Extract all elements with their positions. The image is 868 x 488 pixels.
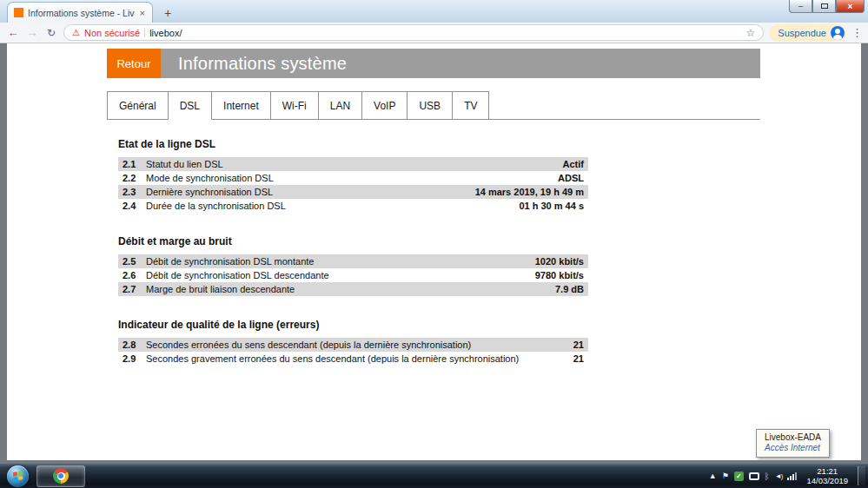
browser-tab-strip: Informations système - Livebox C × + – × — [0, 0, 868, 23]
row-value: 01 h 30 m 44 s — [519, 201, 584, 211]
page-viewport: Retour Informations système Général DSL … — [0, 43, 868, 464]
section-tabs: Général DSL Internet Wi-Fi LAN VoIP USB … — [107, 91, 760, 120]
row-value: Actif — [563, 159, 584, 169]
row-number: 2.8 — [123, 340, 146, 350]
table-row: 2.3 Dernière synchronisation DSL 14 mars… — [118, 185, 588, 199]
back-icon[interactable]: ← — [6, 27, 20, 38]
display-icon[interactable] — [749, 472, 759, 480]
maximize-button[interactable] — [812, 0, 836, 13]
address-bar[interactable]: ⚠ Non sécurisé livebox/ ☆ — [63, 24, 764, 41]
taskbar-clock[interactable]: 21:21 14/03/2019 — [806, 466, 848, 485]
profile-button[interactable]: Suspendue — [769, 24, 846, 42]
page-header: Retour Informations système — [107, 49, 760, 78]
row-value: ADSL — [558, 173, 584, 183]
row-number: 2.6 — [123, 270, 146, 280]
close-icon: × — [848, 2, 853, 11]
taskbar: ▲ ⚑ ✓ ᛒ ◄) 21:21 14/03/2019 — [0, 464, 868, 488]
table-row: 2.5 Débit de synchronisation DSL montant… — [118, 254, 588, 268]
table-row: 2.8 Secondes erronées du sens descendant… — [118, 338, 588, 352]
tab-lan[interactable]: LAN — [318, 91, 362, 120]
maximize-icon — [821, 3, 828, 9]
row-value: 1020 kbit/s — [535, 256, 584, 267]
table-row: 2.7 Marge de bruit liaison descendante 7… — [118, 282, 588, 296]
taskbar-chrome-button[interactable] — [36, 465, 85, 487]
row-number: 2.5 — [123, 256, 146, 267]
window-controls: – × — [789, 0, 865, 13]
livebox-page: Retour Informations système Général DSL … — [107, 43, 760, 366]
row-label: Marge de bruit liaison descendante — [146, 284, 555, 294]
system-tray: ▲ ⚑ ✓ ᛒ ◄) 21:21 14/03/2019 — [709, 466, 868, 485]
security-warning-icon[interactable]: ⚠ — [72, 29, 80, 37]
reload-icon[interactable]: ↻ — [44, 28, 58, 38]
tab-close-icon[interactable]: × — [139, 8, 146, 18]
minimize-icon: – — [798, 2, 803, 10]
row-label: Durée de la synchronisation DSL — [146, 201, 519, 211]
volume-icon[interactable]: ◄) — [775, 472, 783, 480]
row-value: 21 — [573, 340, 584, 350]
tab-dsl[interactable]: DSL — [168, 91, 212, 120]
tab-tv[interactable]: TV — [452, 91, 489, 120]
url-text[interactable]: livebox/ — [149, 28, 182, 38]
show-desktop-button[interactable] — [858, 466, 865, 485]
row-label: Mode de synchronisation DSL — [146, 173, 558, 183]
table-row: 2.9 Secondes gravement erronées du sens … — [118, 352, 588, 366]
antivirus-icon[interactable]: ✓ — [734, 472, 744, 481]
tab-general[interactable]: Général — [107, 91, 169, 120]
table-row: 2.2 Mode de synchronisation DSL ADSL — [118, 171, 588, 185]
row-number: 2.7 — [123, 284, 146, 294]
minimize-button[interactable]: – — [789, 0, 812, 13]
row-value: 21 — [573, 353, 584, 364]
row-value: 9780 kbit/s — [535, 270, 584, 280]
section-heading: Débit et marge au bruit — [118, 235, 588, 247]
security-warning-label[interactable]: Non sécurisé — [84, 28, 140, 38]
retour-button[interactable]: Retour — [107, 49, 161, 78]
tab-internet[interactable]: Internet — [211, 91, 271, 120]
browser-tab-title: Informations système - Livebox C — [28, 8, 135, 18]
info-sections: Etat de la ligne DSL 2.1 Statut du lien … — [118, 138, 588, 366]
row-label: Débit de synchronisation DSL montante — [146, 256, 535, 267]
section-heading: Etat de la ligne DSL — [118, 138, 588, 150]
network-status: Accès Internet — [765, 443, 821, 453]
row-number: 2.4 — [123, 201, 146, 211]
row-label: Secondes erronées du sens descendant (de… — [146, 340, 573, 350]
action-center-flag-icon[interactable]: ⚑ — [722, 472, 729, 480]
row-number: 2.2 — [123, 173, 146, 183]
table-row: 2.1 Statut du lien DSL Actif — [118, 157, 588, 171]
row-number: 2.1 — [123, 159, 146, 169]
close-button[interactable]: × — [836, 0, 865, 13]
row-label: Dernière synchronisation DSL — [146, 187, 475, 197]
row-label: Secondes gravement erronées du sens desc… — [146, 353, 573, 364]
start-button[interactable] — [7, 465, 29, 487]
browser-window: Informations système - Livebox C × + – ×… — [0, 0, 868, 488]
new-tab-button[interactable]: + — [156, 4, 179, 22]
chrome-icon — [53, 468, 69, 484]
address-bar-divider — [144, 28, 145, 37]
section-heading: Indicateur de qualité de la ligne (erreu… — [118, 319, 588, 331]
table-row: 2.6 Débit de synchronisation DSL descend… — [118, 268, 588, 282]
network-name: Livebox-EADA — [765, 432, 821, 443]
browser-toolbar: ← → ↻ ⚠ Non sécurisé livebox/ ☆ Suspendu… — [0, 23, 868, 43]
profile-label: Suspendue — [778, 28, 826, 38]
avatar — [831, 26, 845, 40]
page-title: Informations système — [161, 49, 347, 78]
network-signal-icon[interactable] — [787, 472, 797, 480]
clock-date: 14/03/2019 — [806, 476, 848, 485]
browser-tab[interactable]: Informations système - Livebox C × — [7, 2, 153, 23]
row-value: 14 mars 2019, 19 h 49 m — [475, 187, 584, 197]
forward-icon[interactable]: → — [25, 27, 39, 38]
browser-menu-icon[interactable]: ⋮ — [851, 26, 862, 39]
tab-voip[interactable]: VoIP — [361, 91, 407, 120]
windows-logo-icon — [13, 471, 23, 481]
row-label: Statut du lien DSL — [146, 159, 563, 169]
hidden-icons-arrow-icon[interactable]: ▲ — [709, 472, 717, 480]
row-number: 2.3 — [123, 187, 146, 197]
tab-usb[interactable]: USB — [407, 91, 453, 120]
tab-wifi[interactable]: Wi-Fi — [270, 91, 319, 120]
bluetooth-icon[interactable]: ᛒ — [765, 472, 770, 481]
site-favicon — [14, 8, 23, 17]
network-tooltip: Livebox-EADA Accès Internet — [756, 429, 830, 458]
table-row: 2.4 Durée de la synchronisation DSL 01 h… — [118, 199, 588, 213]
row-value: 7.9 dB — [555, 284, 584, 294]
bookmark-star-icon[interactable]: ☆ — [746, 28, 756, 38]
row-label: Débit de synchronisation DSL descendante — [146, 270, 535, 280]
